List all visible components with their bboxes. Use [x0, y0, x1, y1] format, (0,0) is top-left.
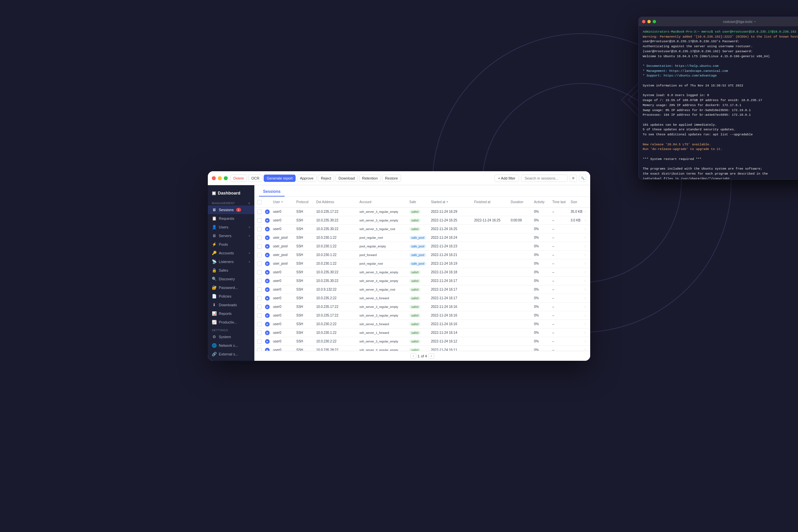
row-actions[interactable]: ⋮ — [584, 262, 590, 265]
row-actions[interactable]: ⋮ — [584, 340, 590, 343]
row-action-view[interactable]: ⋮ — [584, 227, 587, 230]
ocr-button[interactable]: OCR — [248, 174, 262, 182]
settings-icon[interactable]: ⚙ — [570, 174, 577, 182]
row-action-view[interactable]: ⋮ — [584, 331, 587, 334]
row-checkbox[interactable] — [257, 305, 265, 309]
row-play-btn[interactable] — [265, 253, 273, 258]
row-actions[interactable]: ⋮ — [584, 323, 590, 325]
row-checkbox[interactable] — [257, 313, 265, 318]
retention-button[interactable]: Retention — [359, 174, 381, 182]
row-checkbox[interactable] — [257, 209, 265, 214]
row-actions[interactable]: ⋮ — [584, 219, 590, 222]
row-action-view[interactable]: ⋮ — [584, 219, 587, 222]
sessions-tab[interactable]: Sessions — [259, 187, 285, 196]
row-play-btn[interactable] — [265, 313, 273, 318]
plus-icon[interactable]: + — [248, 251, 250, 255]
row-action-view[interactable]: ⋮ — [584, 245, 587, 248]
row-checkbox[interactable] — [257, 330, 265, 335]
approve-button[interactable]: Approve — [297, 174, 317, 182]
col-checkbox-all[interactable] — [257, 200, 265, 205]
row-play-btn[interactable] — [265, 218, 273, 223]
row-play-btn[interactable] — [265, 209, 273, 214]
row-play-btn[interactable] — [265, 244, 273, 249]
row-actions[interactable]: ⋮ — [584, 314, 590, 317]
minimize-dot[interactable] — [218, 176, 222, 180]
row-play-btn[interactable] — [265, 348, 273, 351]
plus-icon[interactable]: + — [248, 234, 250, 238]
row-play-btn[interactable] — [265, 270, 273, 274]
row-checkbox[interactable] — [257, 348, 265, 351]
row-play-btn[interactable] — [265, 279, 273, 283]
col-started-header[interactable]: Started at ▼ — [431, 200, 474, 204]
row-action-view[interactable]: ⋮ — [584, 253, 587, 256]
sidebar-item-productiv[interactable]: 📈 Productiv... — [208, 318, 254, 326]
close-dot[interactable] — [212, 176, 216, 180]
row-action-view[interactable]: ⋮ — [584, 262, 587, 265]
sidebar-item-policies[interactable]: 📄 Policies — [208, 292, 254, 301]
row-checkbox[interactable] — [257, 218, 265, 223]
sidebar-item-servers[interactable]: 🖥 Servers + — [208, 231, 254, 240]
row-play-btn[interactable] — [265, 330, 273, 335]
delete-button[interactable]: Delete — [230, 174, 247, 182]
sidebar-item-safes[interactable]: 🔒 Safes — [208, 266, 254, 274]
row-actions[interactable]: ⋮ — [584, 227, 590, 230]
row-play-btn[interactable] — [265, 287, 273, 292]
row-action-view[interactable]: ⋮ — [584, 297, 587, 300]
row-action-view[interactable]: ⋮ — [584, 288, 587, 291]
prev-page-button[interactable]: ‹ — [410, 353, 416, 359]
row-play-btn[interactable] — [265, 261, 273, 266]
row-play-btn[interactable] — [265, 227, 273, 231]
row-actions[interactable]: ⋮ — [584, 279, 590, 282]
row-action-view[interactable]: ⋮ — [584, 348, 587, 351]
download-button[interactable]: Download — [336, 174, 358, 182]
plus-icon[interactable]: + — [248, 260, 250, 264]
row-play-btn[interactable] — [265, 235, 273, 240]
sidebar-item-downloads[interactable]: ⬇ Downloads — [208, 301, 254, 309]
row-action-view[interactable]: ⋮ — [584, 236, 587, 239]
row-checkbox[interactable] — [257, 296, 265, 301]
search-input[interactable] — [521, 174, 568, 182]
row-checkbox[interactable] — [257, 339, 265, 344]
row-checkbox[interactable] — [257, 227, 265, 231]
row-action-view[interactable]: ⋮ — [584, 314, 587, 317]
row-action-view[interactable]: ⋮ — [584, 340, 587, 343]
row-actions[interactable]: ⋮ — [584, 253, 590, 256]
sidebar-item-requests[interactable]: 📋 Requests — [208, 214, 254, 223]
terminal-maximize-dot[interactable] — [653, 20, 656, 23]
settings-item-networkc[interactable]: 🌐 Network c... — [208, 341, 254, 350]
add-filter-button[interactable]: + Add filter — [494, 174, 519, 182]
row-actions[interactable]: ⋮ — [584, 271, 590, 274]
row-actions[interactable]: ⋮ — [584, 245, 590, 248]
generate-report-button[interactable]: Generate report — [264, 174, 296, 182]
row-checkbox[interactable] — [257, 287, 265, 292]
row-action-view[interactable]: ⋮ — [584, 210, 587, 213]
reject-button[interactable]: Reject — [318, 174, 334, 182]
col-user-header[interactable]: User ▼ — [273, 200, 296, 204]
row-play-btn[interactable] — [265, 339, 273, 344]
sidebar-item-discovery[interactable]: 🔍 Discovery — [208, 274, 254, 283]
settings-item-system[interactable]: ⚙ System — [208, 332, 254, 341]
row-action-view[interactable]: ⋮ — [584, 305, 587, 308]
row-play-btn[interactable] — [265, 305, 273, 309]
terminal-minimize-dot[interactable] — [647, 20, 651, 23]
row-play-btn[interactable] — [265, 322, 273, 326]
row-checkbox[interactable] — [257, 279, 265, 283]
row-checkbox[interactable] — [257, 261, 265, 266]
row-play-btn[interactable] — [265, 296, 273, 301]
row-checkbox[interactable] — [257, 253, 265, 258]
sidebar-item-accounts[interactable]: 🔑 Accounts + — [208, 249, 254, 258]
sidebar-item-reports[interactable]: 📊 Reports — [208, 309, 254, 318]
row-actions[interactable]: ⋮ — [584, 297, 590, 300]
row-actions[interactable]: ⋮ — [584, 305, 590, 308]
terminal-close-dot[interactable] — [642, 20, 645, 23]
restore-button[interactable]: Restore — [382, 174, 401, 182]
row-checkbox[interactable] — [257, 235, 265, 240]
management-collapse-icon[interactable]: ∧ — [248, 202, 251, 205]
sidebar-item-sessions[interactable]: 🖥 Sessions 1 — [208, 206, 254, 214]
row-checkbox[interactable] — [257, 270, 265, 274]
settings-item-externals[interactable]: 🔗 External s... — [208, 350, 254, 358]
plus-icon[interactable]: + — [248, 225, 250, 229]
row-action-view[interactable]: ⋮ — [584, 271, 587, 274]
row-actions[interactable]: ⋮ — [584, 288, 590, 291]
sidebar-item-pools[interactable]: ⚡ Pools — [208, 240, 254, 249]
